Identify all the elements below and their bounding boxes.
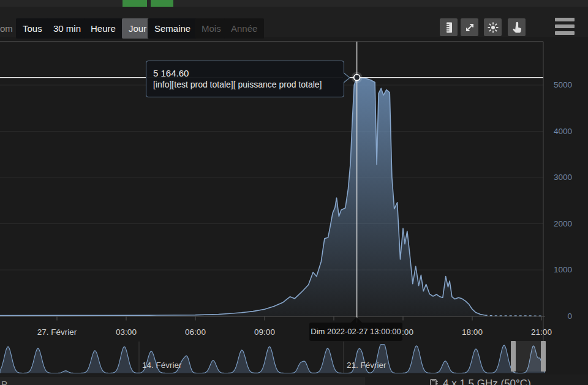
y-axis-label: 2000 — [544, 219, 572, 228]
y-axis-label: 3000 — [544, 173, 572, 182]
tooltip-arrow-fill — [343, 73, 349, 83]
status-left-partial-text: P — [1, 379, 7, 385]
chart-canvas[interactable] — [0, 0, 588, 385]
cpu-chip-icon — [429, 378, 439, 385]
tooltip-value: 5 164.60 — [153, 67, 344, 79]
status-bar-left-segment — [0, 377, 365, 385]
x-axis-label: 18:00 — [462, 327, 483, 337]
navigator-series-area — [0, 345, 545, 373]
x-axis-label: 21:00 — [531, 327, 552, 337]
cpu-status-text: 4 x 1.5 GHz (50°C) — [443, 378, 531, 385]
y-axis-label: 1000 — [544, 265, 572, 274]
x-axis-label: 06:00 — [185, 327, 206, 337]
y-axis-label: 0 — [544, 312, 572, 321]
x-axis-label: 27. Février — [37, 327, 77, 337]
x-axis-label: 09:00 — [254, 327, 275, 337]
crosshair-date-label: Dim 2022-02-27 13:00:00 — [309, 323, 402, 341]
navigator-date-label: 21. Février — [347, 361, 386, 370]
crosshair-date-text: Dim 2022-02-27 13:00:00 — [311, 327, 401, 336]
hover-marker — [354, 75, 360, 81]
navigator-date-label: 14. Février — [142, 361, 182, 370]
x-axis-label: 03:00 — [116, 327, 137, 337]
main-series-line — [0, 78, 485, 316]
series-tooltip: 5 164.60 [info][test prod totale][ puiss… — [146, 61, 344, 97]
y-axis-label: 5000 — [544, 80, 572, 89]
navigator-left-handle[interactable] — [511, 341, 516, 372]
tooltip-series-name: [info][test prod totale][ puissance prod… — [153, 79, 344, 91]
history-chart-window: om Tous30 minHeureJourSemaineMoisAnnée 2… — [0, 0, 588, 385]
navigator-selected-range[interactable] — [516, 341, 541, 372]
y-axis-label: 4000 — [544, 127, 572, 136]
crosshair-label-pointer — [351, 317, 362, 323]
main-series-dashed-tail — [485, 315, 543, 316]
status-bar: P 4 x 1.5 GHz (50°C) — [0, 375, 588, 385]
navigator-right-handle[interactable] — [541, 341, 546, 372]
